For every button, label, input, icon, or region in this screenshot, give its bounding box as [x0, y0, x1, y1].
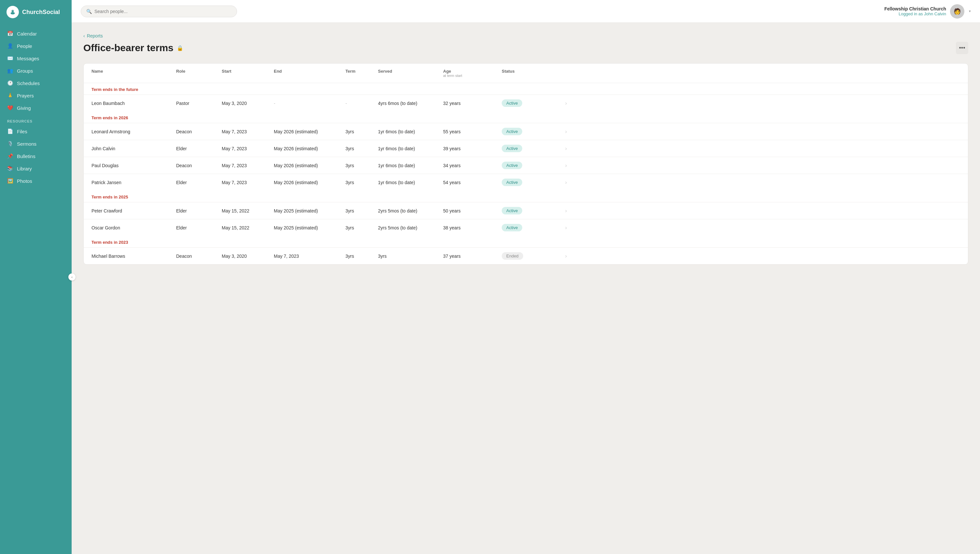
sidebar-item-label: Prayers [17, 93, 34, 98]
section-label: Term ends in the future [84, 83, 968, 94]
cell-role: Deacon [176, 163, 222, 168]
col-end: End [274, 69, 345, 78]
sidebar-item-label: Bulletins [17, 153, 35, 159]
page-title: Office-bearer terms [83, 42, 173, 53]
cell-served: 2yrs 5mos (to date) [378, 208, 443, 214]
row-chevron-icon: › [554, 146, 567, 152]
table-header: Name Role Start End Term Served Age at t… [84, 64, 968, 83]
sidebar-collapse-button[interactable]: ‹ [68, 273, 76, 281]
cell-role: Elder [176, 146, 222, 151]
sidebar-item-schedules[interactable]: 🕐Schedules [0, 77, 72, 89]
breadcrumb[interactable]: ‹ Reports [83, 33, 968, 38]
table-row[interactable]: Peter Crawford Elder May 15, 2022 May 20… [84, 202, 968, 219]
page-content: ‹ Reports Office-bearer terms 🔒 ••• Name… [72, 23, 980, 554]
cell-status: Active [502, 179, 554, 186]
cell-status: Active [502, 145, 554, 152]
table-row[interactable]: Leon Baumbach Pastor May 3, 2020 - - 4yr… [84, 94, 968, 112]
cell-start: May 15, 2022 [222, 225, 274, 230]
cell-served: 4yrs 6mos (to date) [378, 101, 443, 106]
sidebar-item-calendar[interactable]: 📅Calendar [0, 27, 72, 40]
bulletins-icon: 📌 [7, 153, 13, 159]
section-label: Term ends in 2026 [84, 112, 968, 123]
cell-age: 37 years [443, 254, 502, 259]
cell-start: May 7, 2023 [222, 163, 274, 168]
table-row[interactable]: John Calvin Elder May 7, 2023 May 2026 (… [84, 140, 968, 157]
sidebar-item-label: Library [17, 166, 32, 171]
library-icon: 📚 [7, 166, 13, 171]
main-content: 🔍 Fellowship Christian Church Logged in … [72, 0, 980, 554]
sidebar-item-messages[interactable]: ✉️Messages [0, 52, 72, 64]
cell-name: Peter Crawford [91, 208, 176, 214]
status-badge: Active [502, 145, 522, 152]
cell-name: Oscar Gordon [91, 225, 176, 230]
section-label: Term ends in 2025 [84, 191, 968, 202]
cell-status: Ended [502, 252, 554, 260]
table-row[interactable]: Michael Barrows Deacon May 3, 2020 May 7… [84, 247, 968, 264]
cell-role: Elder [176, 208, 222, 214]
col-age: Age at term start [443, 69, 502, 78]
status-badge: Ended [502, 252, 523, 260]
cell-served: 2yrs 5mos (to date) [378, 225, 443, 230]
lock-icon: 🔒 [177, 45, 183, 51]
cell-start: May 7, 2023 [222, 180, 274, 185]
col-served: Served [378, 69, 443, 78]
search-bar[interactable]: 🔍 [81, 6, 237, 17]
sidebar-item-giving[interactable]: ❤️Giving [0, 102, 72, 114]
files-icon: 📄 [7, 128, 13, 134]
table-row[interactable]: Patrick Jansen Elder May 7, 2023 May 202… [84, 174, 968, 191]
sidebar-item-label: Groups [17, 68, 33, 73]
app-logo[interactable]: ChurchSocial [0, 0, 72, 24]
cell-end: May 2026 (estimated) [274, 180, 345, 185]
logo-icon [6, 6, 19, 18]
cell-name: Patrick Jansen [91, 180, 176, 185]
cell-served: 3yrs [378, 254, 443, 259]
more-options-button[interactable]: ••• [956, 42, 968, 54]
cell-start: May 3, 2020 [222, 101, 274, 106]
avatar-dropdown-icon[interactable]: ▾ [969, 9, 971, 13]
table-row[interactable]: Oscar Gordon Elder May 15, 2022 May 2025… [84, 219, 968, 236]
calendar-icon: 📅 [7, 30, 13, 37]
cell-term: 3yrs [345, 146, 378, 151]
status-badge: Active [502, 128, 522, 135]
sidebar-item-photos[interactable]: 🖼️Photos [0, 175, 72, 187]
search-input[interactable] [94, 9, 231, 14]
sidebar-item-files[interactable]: 📄Files [0, 125, 72, 137]
col-start: Start [222, 69, 274, 78]
col-name: Name [91, 69, 176, 78]
header-right: Fellowship Christian Church Logged in as… [884, 4, 971, 19]
breadcrumb-chevron: ‹ [83, 33, 85, 38]
cell-status: Active [502, 128, 554, 135]
cell-age: 54 years [443, 180, 502, 185]
sidebar-nav: 📅Calendar👤People✉️Messages👥Groups🕐Schedu… [0, 24, 72, 554]
table-row[interactable]: Paul Douglas Deacon May 7, 2023 May 2026… [84, 157, 968, 174]
cell-end: May 2026 (estimated) [274, 146, 345, 151]
sidebar-item-bulletins[interactable]: 📌Bulletins [0, 150, 72, 162]
sidebar-item-sermons[interactable]: 🎙️Sermons [0, 137, 72, 150]
cell-name: John Calvin [91, 146, 176, 151]
cell-age: 39 years [443, 146, 502, 151]
cell-served: 1yr 6mos (to date) [378, 180, 443, 185]
cell-status: Active [502, 99, 554, 107]
cell-end: May 2025 (estimated) [274, 225, 345, 230]
row-chevron-icon: › [554, 253, 567, 259]
status-badge: Active [502, 207, 522, 214]
sidebar-item-groups[interactable]: 👥Groups [0, 64, 72, 77]
sidebar-item-library[interactable]: 📚Library [0, 162, 72, 175]
table-row[interactable]: Leonard Armstrong Deacon May 7, 2023 May… [84, 123, 968, 140]
sidebar: ChurchSocial 📅Calendar👤People✉️Messages👥… [0, 0, 72, 554]
page-title-row: Office-bearer terms 🔒 ••• [83, 42, 968, 54]
status-badge: Active [502, 162, 522, 169]
cell-end: May 7, 2023 [274, 254, 345, 259]
resources-section-label: RESOURCES [0, 114, 72, 125]
sidebar-item-prayers[interactable]: 🙏Prayers [0, 89, 72, 102]
schedules-icon: 🕐 [7, 80, 13, 86]
sidebar-item-people[interactable]: 👤People [0, 40, 72, 52]
church-user: Logged in as John Calvin [884, 11, 946, 16]
avatar[interactable]: 🧑 [950, 4, 964, 19]
cell-age: 50 years [443, 208, 502, 214]
cell-status: Active [502, 162, 554, 169]
cell-role: Elder [176, 180, 222, 185]
breadcrumb-label: Reports [87, 33, 103, 38]
prayers-icon: 🙏 [7, 93, 13, 98]
cell-end: May 2026 (estimated) [274, 163, 345, 168]
